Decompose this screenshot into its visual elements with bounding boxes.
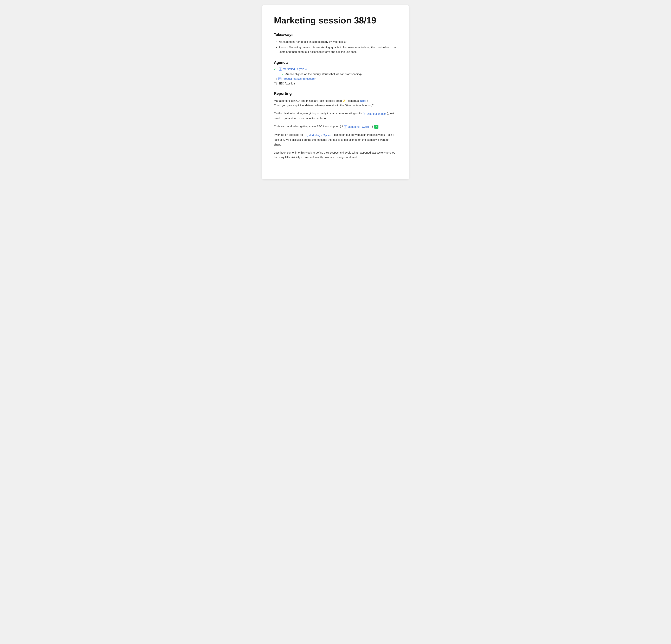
link-marketing-cycle-f[interactable]: ⊞Marketing - Cycle F [344,125,371,129]
unchecked-checkbox-2[interactable] [274,82,277,85]
marketing-cycle-g-label: Marketing - Cycle G [308,133,333,138]
agenda-heading: Agenda [274,60,397,65]
green-checkmark-icon: ✓ [374,125,378,129]
reporting-paragraph-2: On the distribution side, everything is … [274,111,397,121]
agenda-list: ✓ ⊞ Marketing - Cycle G ✓ Are we aligned… [274,67,397,85]
marketing-cycle-f-label: Marketing - Cycle F [347,125,371,129]
agenda-section: Agenda ✓ ⊞ Marketing - Cycle G ✓ Are we … [274,60,397,85]
page-container: Marketing session 38/19 Takeaways Manage… [262,5,409,179]
page-title: Marketing session 38/19 [274,15,397,26]
list-item: Management Handbook should be ready by w… [279,40,397,44]
reporting-paragraph-4: I worked on priorities for ⊞Marketing - … [274,132,397,147]
agenda-sub-item-1: ✓ Are we aligned on the priority stories… [281,73,397,76]
reporting-paragraph-1: Management is in QA and things are looki… [274,99,397,108]
notion-page-icon-cycf: ⊞ [344,125,347,128]
agenda-item-2: ⊞ Product marketing research [274,77,397,80]
check-icon: ✓ [274,68,279,71]
agenda-item-content-3: SEO fixes left [278,82,295,85]
agenda-item-content: ⊞ Marketing - Cycle G [279,67,307,70]
distribution-plan-label: Distribution plan [367,112,387,116]
reporting-paragraph-3: Chris also worked on getting some SEO fi… [274,124,397,129]
agenda-item-content-2: ⊞ Product marketing research [278,77,316,80]
takeaways-section: Takeaways Management Handbook should be … [274,33,397,54]
agenda-item-1: ✓ ⊞ Marketing - Cycle G [274,67,397,71]
notion-page-icon-2: ⊞ [278,77,281,80]
reporting-section: Reporting Management is in QA and things… [274,91,397,160]
link-marketing-cycle-g-2[interactable]: ⊞Marketing - Cycle G [305,133,333,138]
mention-rob: @rob [359,99,366,102]
agenda-item-3: SEO fixes left [274,82,397,85]
agenda-item-text: SEO fixes left [278,82,295,85]
sparkles-emoji: ✨ [342,99,346,102]
notion-page-icon-cycg: ⊞ [305,134,308,137]
agenda-link-product-marketing[interactable]: Product marketing research [282,77,316,80]
notion-page-icon: ⊞ [279,67,282,70]
reporting-paragraph-5: Let's book some time this week to define… [274,150,397,159]
list-item: Product Marketing research is just start… [279,45,397,54]
agenda-link-marketing-cycle-g[interactable]: Marketing - Cycle G [283,67,307,70]
takeaways-heading: Takeaways [274,33,397,37]
link-distribution-plan[interactable]: ⊞Distribution plan [363,112,387,116]
takeaways-list: Management Handbook should be ready by w… [274,40,397,54]
unchecked-checkbox[interactable] [274,78,277,80]
notion-page-icon-dist: ⊞ [363,112,366,115]
sub-check-icon: ✓ [281,73,284,76]
reporting-heading: Reporting [274,91,397,96]
sub-item-text: Are we aligned on the priority stories t… [286,73,362,76]
